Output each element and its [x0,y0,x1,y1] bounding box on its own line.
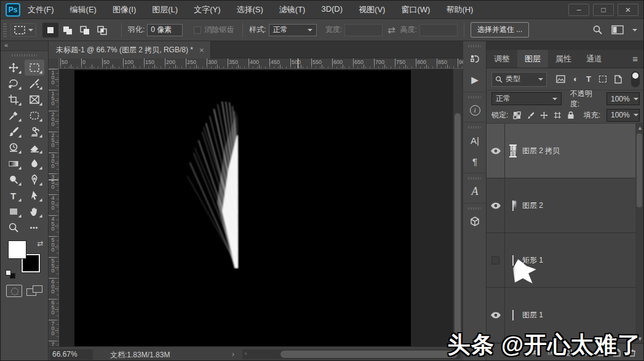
search-icon[interactable] [592,25,603,35]
actions-panel-icon[interactable]: ▶ [463,69,487,90]
new-selection-button[interactable] [42,23,58,38]
info-panel-icon[interactable]: i [463,100,487,121]
edit-toolbar-ellipsis-button[interactable]: ••• [25,220,44,236]
tab-layers[interactable]: 图层 [517,50,548,68]
scroll-up-icon[interactable]: ▲ [637,125,643,131]
frame-tool[interactable] [25,92,44,108]
history-panel-icon[interactable] [463,49,487,69]
filter-toggle-switch[interactable] [631,71,640,87]
vertical-scrollbar[interactable]: ▼ [453,69,462,346]
layer-row-layer-2[interactable]: 图层 2 [487,178,644,233]
dodge-tool[interactable] [4,172,23,188]
ruler-corner[interactable] [49,58,59,69]
type-tool[interactable]: T [4,188,23,204]
collapse-tools-button[interactable]: « [1,41,48,51]
lock-all-icon[interactable] [567,111,574,119]
filter-type-layers-icon[interactable]: T [586,74,591,84]
strip-grip[interactable] [468,126,481,129]
close-button[interactable]: × [618,4,638,16]
crop-tool[interactable] [4,92,23,108]
menu-view[interactable]: 视图(V) [359,4,385,15]
document-canvas[interactable] [74,70,411,346]
strip-grip[interactable] [468,207,481,210]
filter-smart-objects-icon[interactable] [614,75,622,84]
horizontal-scrollbar-thumb[interactable] [280,351,458,358]
swap-width-height-icon[interactable]: ⇄ [388,25,396,36]
layer-row-layer-2-copy[interactable]: 图层 2 拷贝 [487,124,644,178]
pen-tool[interactable] [25,172,44,188]
menu-edit[interactable]: 编辑(E) [70,4,97,15]
paragraph-panel-icon[interactable]: ¶ [463,151,487,172]
vertical-scrollbar-thumb[interactable] [455,113,461,336]
layers-scrollbar-thumb[interactable] [637,133,642,207]
layers-scrollbar[interactable]: ▲ ▼ [635,124,643,343]
maximize-button[interactable]: □ [593,4,614,16]
layer-name[interactable]: 图层 1 [522,310,543,320]
lock-position-icon[interactable] [540,111,548,119]
scroll-left-icon[interactable]: ‹ [245,350,247,357]
strip-grip[interactable] [468,177,481,180]
layer-name[interactable]: 图层 2 [522,200,543,211]
filter-adjustment-layers-icon[interactable]: ◐ [573,74,578,84]
tab-close-icon[interactable]: × [199,46,204,55]
rectangle-tool[interactable] [4,204,23,220]
zoom-level-field[interactable]: 66.67% [50,349,93,360]
visibility-toggle[interactable] [487,124,505,178]
zoom-tool[interactable] [4,220,23,236]
vertical-ruler[interactable]: 1001502002503003504004505005506006507007… [49,69,59,346]
blend-mode-select[interactable]: 正常 [491,92,562,105]
eraser-tool[interactable] [25,140,44,156]
feather-input[interactable] [147,24,183,36]
document-tab[interactable]: 未标题-1 @ 66.7% (图层 2 拷贝, RGB/8) * × [49,41,211,58]
tool-preset-picker[interactable] [10,23,36,37]
subtract-from-selection-button[interactable] [77,23,93,38]
options-grip[interactable] [3,23,7,37]
visibility-toggle[interactable] [487,178,505,232]
history-brush-tool[interactable] [4,140,23,156]
clone-stamp-tool[interactable] [25,124,44,140]
menu-help[interactable]: 帮助(H) [446,4,473,15]
rectangular-marquee-tool[interactable] [25,60,44,76]
layer-thumbnail[interactable] [512,310,514,320]
strip-grip[interactable] [468,45,481,47]
menu-filter[interactable]: 滤镜(T) [279,4,306,15]
eyedropper-tool[interactable] [4,108,23,124]
blur-tool[interactable] [25,156,44,172]
layer-thumbnail[interactable] [512,200,514,211]
quick-mask-button[interactable] [6,285,22,297]
layer-name[interactable]: 图层 2 拷贝 [522,146,560,156]
menu-window[interactable]: 窗口(W) [401,4,430,15]
status-chevron-icon[interactable]: › [232,350,234,359]
gradient-tool[interactable] [4,156,23,172]
layer-filter-select[interactable]: 类型 [491,72,547,87]
layer-name[interactable]: 矩形 1 [522,255,543,266]
screen-mode-button[interactable] [26,285,42,297]
filter-pixel-layers-icon[interactable] [556,75,565,83]
foreground-color-swatch[interactable] [8,240,26,259]
opacity-select[interactable]: 100% [606,92,640,105]
filter-shape-layers-icon[interactable] [599,76,606,82]
panel-menu-icon[interactable]: ≡ [632,54,638,64]
default-colors-icon[interactable] [6,270,15,279]
height-input[interactable] [419,24,458,36]
chevron-down-icon[interactable] [632,29,637,34]
lock-artboard-icon[interactable] [554,111,562,119]
horizontal-scrollbar[interactable]: ‹ [242,349,461,359]
brush-tool[interactable] [4,124,23,140]
hand-tool[interactable] [25,204,44,220]
fill-select[interactable]: 100% [606,109,640,122]
workspace-switcher-icon[interactable] [611,25,624,34]
menu-type[interactable]: 文字(Y) [194,4,220,15]
tab-channels[interactable]: 通道 [579,50,610,68]
select-and-mask-button[interactable]: 选择并遮住 ... [471,22,529,38]
glyphs-panel-icon[interactable]: A [463,181,487,202]
menu-file[interactable]: 文件(F) [28,4,54,15]
character-panel-icon[interactable]: A| [463,130,487,151]
minimize-button[interactable]: – [568,4,589,16]
patch-tool[interactable] [25,108,44,124]
intersect-selection-button[interactable] [94,23,110,38]
layer-thumbnail[interactable] [512,255,514,266]
width-input[interactable] [344,24,383,36]
3d-panel-icon[interactable] [463,211,487,232]
tab-properties[interactable]: 属性 [548,50,579,68]
